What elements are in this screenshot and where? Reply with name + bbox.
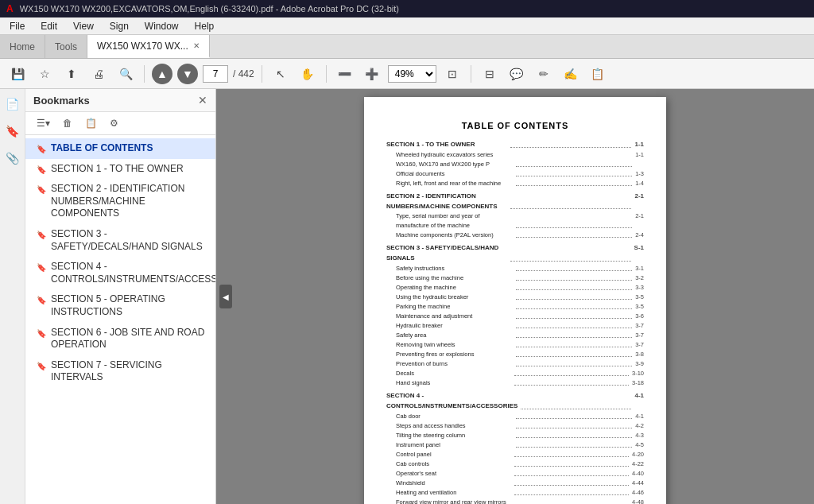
toc-entry: Parking the machine 3-5 [386,302,644,312]
bookmark-label-s6: SECTION 6 - JOB SITE AND ROAD OPERATION [51,327,207,351]
bookmark-icon-s6: 🔖 [37,328,46,339]
page-total: / 442 [233,68,254,79]
tab-tools[interactable]: Tools [45,35,87,58]
icon-panel: 📄 🔖 📎 [0,89,25,504]
stamp-button[interactable]: 📋 [587,64,609,84]
toc-entry: Cab door 4-1 [386,412,644,421]
toc-entry: Decals 3-10 [386,369,644,378]
panel-page-icon[interactable]: 📄 [2,94,23,114]
zoom-in-button[interactable]: ➕ [361,64,383,84]
pdf-page: TABLE OF CONTENTS SECTION 1 - TO THE OWN… [364,97,666,504]
draw-button[interactable]: ✏ [533,64,555,84]
bookmark-icon-toc: 🔖 [37,144,46,154]
toc-entry: Official documents 1-3 [386,169,644,179]
bookmark-item-s5[interactable]: 🔖 SECTION 5 - OPERATING INSTRUCTIONS [25,289,215,322]
bookmark-delete-btn[interactable]: 🗑 [58,115,77,131]
bookmark-label-toc: TABLE OF CONTENTS [51,142,207,155]
bookmark-label-s2: SECTION 2 - IDENTIFICATION NUMBERS/MACHI… [51,183,207,220]
toc-entry: Prevention of burns 3-9 [386,359,644,369]
bookmark-copy-btn[interactable]: 📋 [80,115,102,131]
bookmark-add-button[interactable]: ☆ [33,64,56,84]
toc-entry: Preventing fires or explosions 3-8 [386,350,644,359]
menu-window[interactable]: Window [138,19,185,33]
bookmark-icon-s4: 🔖 [37,262,46,273]
toc-entry: SECTION 4 - CONTROLS/INSTRUMENTS/ACCESSO… [386,391,644,412]
panel-bookmark-icon[interactable]: 🔖 [2,121,23,142]
menu-bar: File Edit View Sign Window Help [0,17,814,35]
menu-view[interactable]: View [67,19,100,33]
bookmark-item-s7[interactable]: 🔖 SECTION 7 - SERVICING INTERVALS [25,355,215,388]
sep3 [326,65,327,83]
sep1 [144,65,145,83]
tab-doc-label: WX150 WX170 WX... [97,41,188,52]
page-input[interactable]: 7 [203,65,228,83]
upload-button[interactable]: ⬆ [60,64,83,84]
bookmark-icon-s7: 🔖 [37,361,46,371]
toc-entry: Using the hydraulic breaker 3-5 [386,293,644,302]
zoom-select[interactable]: 25% 33% 49% 50% 75% 100% [388,65,436,83]
toc-entry: Forward view mirror and rear view mirror… [386,498,644,504]
toc-entry: Steps and access handles 4-2 [386,421,644,431]
print-button[interactable]: 🖨 [87,64,110,84]
save-button[interactable]: 💾 [6,64,29,84]
toc-entry: SECTION 2 - IDENTIFICATION NUMBERS/MACHI… [386,192,644,212]
bookmark-item-s3[interactable]: 🔖 SECTION 3 - SAFETY/DECALS/HAND SIGNALS [25,224,215,257]
toc-entry: Wheeled hydraulic excavators series WX16… [386,150,644,169]
bookmark-label-s7: SECTION 7 - SERVICING INTERVALS [51,359,207,384]
bookmark-item-s2[interactable]: 🔖 SECTION 2 - IDENTIFICATION NUMBERS/MAC… [25,179,215,224]
tab-tools-label: Tools [55,41,77,52]
comment-button[interactable]: 💬 [506,64,528,84]
toc-entry: Right, left, front and rear of the machi… [386,179,644,188]
toc-entry: Operating the machine 3-3 [386,283,644,293]
toc-content: SECTION 1 - TO THE OWNER 1-1 Wheeled hyd… [386,140,644,504]
scroll-tools-button[interactable]: ⊟ [479,64,501,84]
sep4 [471,65,471,83]
title-bar-text: WX150 WX170 WX200,EXCAVATORS,OM,English … [20,4,399,14]
next-page-button[interactable]: ▼ [177,64,198,84]
markup-button[interactable]: ✍ [560,64,582,84]
menu-file[interactable]: File [3,19,31,33]
search-button[interactable]: 🔍 [114,64,137,84]
tab-home[interactable]: Home [0,35,45,58]
bookmark-item-s1[interactable]: 🔖 SECTION 1 - TO THE OWNER [25,159,215,180]
toc-entry: Instrument panel 4-5 [386,440,644,450]
pdf-area: ◀ TABLE OF CONTENTS SECTION 1 - TO THE O… [216,89,814,504]
tab-doc[interactable]: WX150 WX170 WX... ✕ [87,35,210,58]
toc-entry: Type, serial number and year of manufact… [386,211,644,231]
sidebar-close-button[interactable]: ✕ [198,94,207,107]
bookmark-icon-s2: 🔖 [37,184,46,195]
bookmark-expand-btn[interactable]: ☰▾ [32,115,55,131]
sidebar-header: Bookmarks ✕ [25,89,215,112]
prev-page-button[interactable]: ▲ [152,64,172,84]
toc-entry: Heating and ventilation 4-46 [386,488,644,498]
toc-entry: Control panel 4-20 [386,450,644,459]
app-icon: A [6,3,14,14]
bookmark-label-s5: SECTION 5 - OPERATING INSTRUCTIONS [51,293,207,318]
select-tool-button[interactable]: ↖ [269,64,292,84]
bookmark-icon-s1: 🔖 [37,165,46,175]
sidebar: Bookmarks ✕ ☰▾ 🗑 📋 ⚙ 🔖 TABLE OF CONTENTS… [25,89,216,504]
bookmark-item-s4[interactable]: 🔖 SECTION 4 - CONTROLS/INSTRUMENTS/ACCES… [25,257,215,289]
toc-entry: SECTION 1 - TO THE OWNER 1-1 [386,140,644,150]
sidebar-collapse-button[interactable]: ◀ [219,285,232,308]
title-bar: A WX150 WX170 WX200,EXCAVATORS,OM,Englis… [0,0,814,17]
panel-attachment-icon[interactable]: 📎 [2,148,23,169]
zoom-out-button[interactable]: ➖ [334,64,356,84]
bookmark-label-s3: SECTION 3 - SAFETY/DECALS/HAND SIGNALS [51,228,207,253]
hand-tool-button[interactable]: ✋ [297,64,319,84]
menu-edit[interactable]: Edit [34,19,64,33]
fit-page-button[interactable]: ⊡ [441,64,463,84]
bookmark-label-s1: SECTION 1 - TO THE OWNER [51,163,207,176]
toc-entry: Windshield 4-44 [386,479,644,488]
menu-help[interactable]: Help [188,19,221,33]
toc-entry: Hand signals 3-18 [386,378,644,388]
tab-close-icon[interactable]: ✕ [193,41,200,50]
menu-sign[interactable]: Sign [103,19,135,33]
toc-entry: Hydraulic breaker 3-7 [386,321,644,331]
toc-entry: SECTION 3 - SAFETY/DECALS/HAND SIGNALS S… [386,243,644,264]
toolbar: 💾 ☆ ⬆ 🖨 🔍 ▲ ▼ 7 / 442 ↖ ✋ ➖ ➕ 25% 33% 49… [0,59,814,89]
sep2 [262,65,262,83]
bookmark-item-s6[interactable]: 🔖 SECTION 6 - JOB SITE AND ROAD OPERATIO… [25,323,215,355]
bookmark-settings-btn[interactable]: ⚙ [105,115,123,131]
bookmark-item-toc[interactable]: 🔖 TABLE OF CONTENTS [25,138,215,159]
